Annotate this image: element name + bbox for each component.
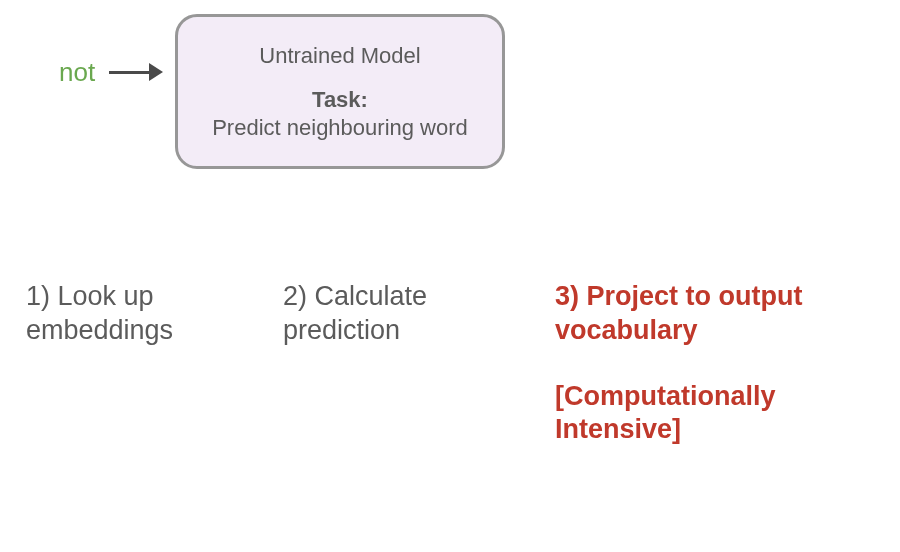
input-word: not <box>59 57 95 88</box>
model-task-description: Predict neighbouring word <box>212 115 468 141</box>
step-3-main: 3) Project to output vocabulary <box>555 280 885 348</box>
model-task-label: Task: <box>312 87 368 113</box>
step-1: 1) Look up embeddings <box>26 280 266 348</box>
arrow-icon <box>109 62 167 82</box>
step-2: 2) Calculate prediction <box>283 280 523 348</box>
step-3-sub: [Computationally Intensive] <box>555 380 885 448</box>
model-title: Untrained Model <box>259 43 420 69</box>
model-box: Untrained Model Task: Predict neighbouri… <box>175 14 505 169</box>
step-3: 3) Project to output vocabulary [Computa… <box>555 280 885 447</box>
